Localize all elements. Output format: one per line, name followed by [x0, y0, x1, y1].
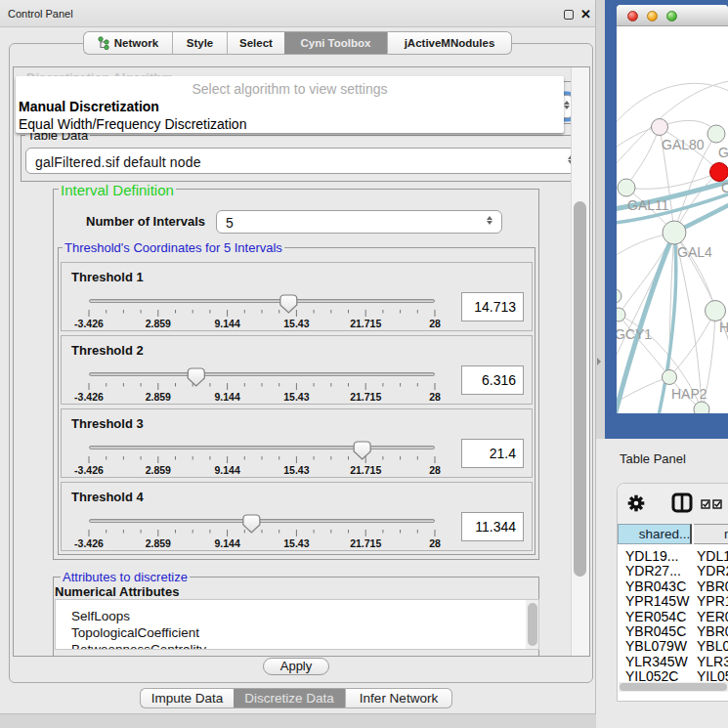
svg-text:HAP2: HAP2	[671, 386, 707, 402]
svg-text:GA: GA	[718, 145, 728, 160]
svg-text:GAL11: GAL11	[627, 197, 669, 213]
svg-text:C: C	[721, 180, 728, 195]
svg-text:GAL80: GAL80	[662, 137, 705, 152]
svg-text:GCY1: GCY1	[617, 326, 652, 342]
svg-text:H: H	[719, 320, 728, 335]
svg-text:GAL4: GAL4	[677, 244, 712, 260]
